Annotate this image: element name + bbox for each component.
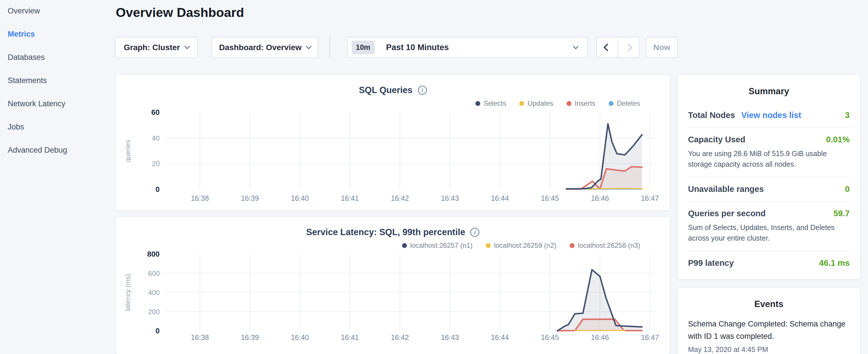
chart-title-row: Service Latency: SQL, 99th percentile i [116,227,670,237]
chart-legend: localhost:26257 (n1)localhost:26259 (n2)… [402,242,640,250]
right-column: Summary Total NodesView nodes list3Capac… [677,74,861,354]
controls-bar: Graph: Cluster Dashboard: Overview 10m P… [115,37,861,58]
svg-text:16:43: 16:43 [441,333,459,342]
legend-label: Inserts [575,99,595,107]
main-content: Overview Dashboard Graph: Cluster Dashbo… [115,0,861,354]
summary-panel: Summary Total NodesView nodes list3Capac… [677,74,861,280]
legend-item: Inserts [566,99,595,107]
svg-text:600: 600 [148,269,160,277]
next-interval-button[interactable] [618,37,639,57]
sidebar-item-overview[interactable]: Overview [8,7,115,15]
svg-text:16:47: 16:47 [641,333,659,342]
summary-row-value: 46.1 ms [819,258,850,268]
summary-row-label: Total Nodes [688,110,735,120]
svg-text:200: 200 [148,308,160,316]
sidebar-item-statements[interactable]: Statements [8,76,115,85]
event-timestamp: May 13, 2020 at 4:45 PM [688,345,850,354]
svg-text:16:41: 16:41 [341,194,359,202]
controls-divider [330,37,330,58]
legend-dot-icon [609,101,614,106]
info-icon[interactable]: i [470,228,479,237]
svg-text:16:44: 16:44 [491,333,509,342]
info-icon[interactable]: i [418,86,427,95]
summary-row-label: Unavailable ranges [688,185,764,194]
svg-text:16:46: 16:46 [591,194,609,202]
summary-row: Total NodesView nodes list3 [688,103,850,128]
svg-text:800: 800 [147,250,160,258]
svg-text:16:39: 16:39 [241,194,259,202]
time-range-chip: 10m [351,41,375,54]
summary-rows: Total NodesView nodes list3Capacity Used… [688,103,850,275]
legend-item: Updates [519,99,553,107]
chart-title-row: SQL Queries i [116,85,670,95]
event-item: Schema Change Completed: Schema change w… [688,318,850,354]
legend-item: localhost:26259 (n2) [486,242,556,250]
legend-item: Deletes [609,99,640,107]
svg-text:latency (ms): latency (ms) [124,274,131,311]
summary-title: Summary [688,75,850,97]
chart-legend: SelectsUpdatesInsertsDeletes [475,99,641,107]
legend-dot-icon [486,243,491,248]
svg-text:16:45: 16:45 [541,194,559,202]
now-button[interactable]: Now [646,37,678,58]
svg-text:queries: queries [124,140,131,162]
svg-text:16:40: 16:40 [291,194,309,202]
summary-row-description: Sum of Selects, Updates, Inserts, and De… [688,222,850,244]
event-text: Schema Change Completed: Schema change w… [688,318,850,343]
dashboard-content: 16:3816:3916:4016:4116:4216:4316:4416:45… [115,74,861,354]
legend-dot-icon [566,101,571,106]
svg-text:60: 60 [151,108,160,117]
chevron-left-icon [603,43,611,51]
graph-scope-dropdown[interactable]: Graph: Cluster [115,37,198,58]
svg-text:16:38: 16:38 [191,194,209,202]
summary-row-value: 0.01% [826,135,850,144]
chevron-down-icon [306,43,312,49]
summary-row-value: 59.7 [834,209,850,218]
legend-label: localhost:26257 (n1) [410,242,472,250]
dashboard-dropdown[interactable]: Dashboard: Overview [212,37,318,58]
legend-item: localhost:26258 (n3) [570,242,640,250]
time-interval-nav [596,37,639,58]
svg-text:16:40: 16:40 [291,333,309,342]
view-nodes-list-link[interactable]: View nodes list [741,110,801,120]
events-title: Events [688,288,850,309]
sidebar-item-network-latency[interactable]: Network Latency [8,100,115,108]
time-range-picker[interactable]: 10m Past 10 Minutes [347,37,588,58]
charts-column: 16:3816:3916:4016:4116:4216:4316:4416:45… [115,74,671,354]
app-root: OverviewMetricsDatabasesStatementsNetwor… [0,0,868,354]
svg-text:16:44: 16:44 [491,194,509,202]
service-latency-chart-card: 16:3816:3916:4016:4116:4216:4316:4416:45… [115,216,671,354]
chevron-down-icon [573,43,579,49]
summary-row-label: Queries per second [688,209,766,218]
sidebar-item-jobs[interactable]: Jobs [8,123,115,131]
summary-row: Capacity Used0.01%You are using 28.6 MiB… [688,128,850,177]
legend-label: localhost:26258 (n3) [578,242,640,250]
summary-row-label: Capacity Used [688,135,745,144]
svg-text:16:38: 16:38 [191,333,209,342]
svg-text:16:47: 16:47 [641,194,659,202]
svg-text:16:46: 16:46 [591,333,609,342]
svg-text:16:42: 16:42 [391,194,409,202]
svg-text:16:42: 16:42 [391,333,409,342]
legend-dot-icon [519,101,524,106]
summary-row-value: 0 [845,185,850,194]
legend-dot-icon [570,243,575,248]
chart-title: SQL Queries [359,85,412,95]
sql-queries-chart-card: 16:3816:3916:4016:4116:4216:4316:4416:45… [115,74,671,211]
dashboard-dropdown-label: Dashboard: Overview [219,43,302,52]
sidebar-item-metrics[interactable]: Metrics [8,30,115,38]
prev-interval-button[interactable] [597,37,618,57]
svg-text:400: 400 [148,289,160,296]
sidebar-item-advanced-debug[interactable]: Advanced Debug [8,146,115,154]
svg-text:0: 0 [156,185,160,194]
summary-row-value: 3 [845,110,850,120]
page-title: Overview Dashboard [116,4,861,21]
chevron-down-icon [184,43,190,49]
legend-label: Selects [484,99,506,107]
svg-text:16:41: 16:41 [341,333,359,342]
legend-label: localhost:26259 (n2) [494,242,556,250]
summary-row: P99 latency46.1 ms [688,251,850,275]
chart-title: Service Latency: SQL, 99th percentile [306,227,465,237]
events-panel: Events Schema Change Completed: Schema c… [677,287,861,354]
sidebar-item-databases[interactable]: Databases [8,53,115,62]
